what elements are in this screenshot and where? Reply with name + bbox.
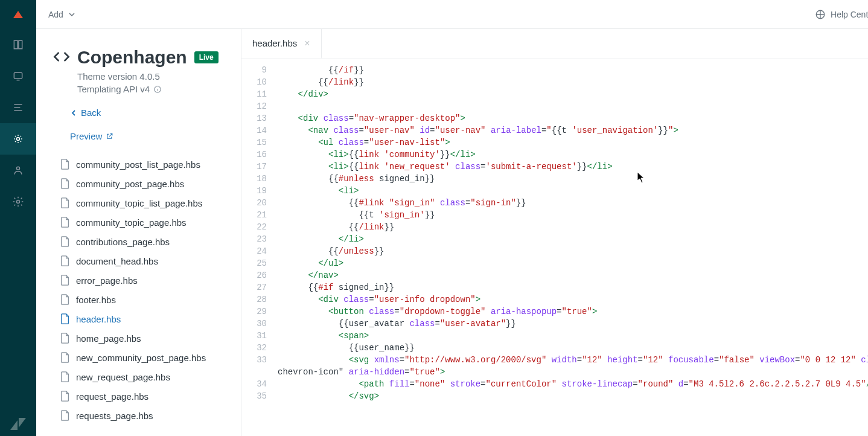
live-badge: Live	[194, 51, 219, 63]
file-item[interactable]: community_post_page.hbs	[46, 174, 241, 193]
file-item[interactable]: community_topic_page.hbs	[46, 213, 241, 232]
back-link[interactable]: Back	[70, 107, 224, 118]
close-icon[interactable]: ×	[304, 38, 310, 49]
file-icon	[60, 236, 70, 247]
rail-zendesk-logo[interactable]	[0, 418, 36, 430]
help-icon	[815, 9, 826, 20]
file-item[interactable]: document_head.hbs	[46, 251, 241, 271]
file-icon	[60, 313, 70, 324]
line-gutter: 9101112131415161718192021222324252627282…	[241, 64, 275, 436]
file-icon	[60, 197, 70, 208]
brand-logo[interactable]	[0, 0, 36, 29]
file-icon	[60, 275, 70, 286]
file-icon	[60, 159, 70, 170]
theme-version: Theme version 4.0.5	[77, 71, 224, 82]
rail-item-permissions[interactable]	[0, 155, 36, 186]
theme-title: Copenhagen	[77, 47, 187, 68]
file-name: request_page.hbs	[76, 391, 148, 402]
file-icon	[60, 255, 70, 266]
editor-tab[interactable]: header.hbs ×	[241, 29, 322, 59]
code-icon	[53, 48, 70, 67]
file-icon	[60, 371, 70, 382]
svg-point-1	[17, 138, 20, 141]
file-item[interactable]: header.hbs	[46, 309, 241, 329]
editor-tabs: header.hbs ×	[241, 29, 868, 59]
file-icon	[60, 217, 70, 228]
file-item[interactable]: contributions_page.hbs	[46, 232, 241, 251]
rail-item-settings[interactable]	[0, 186, 36, 217]
theme-api: Templating API v4	[77, 84, 224, 94]
file-item[interactable]: community_post_list_page.hbs	[46, 155, 241, 174]
file-name: home_page.hbs	[76, 333, 141, 344]
rail-item-customize[interactable]	[0, 123, 36, 155]
file-name: community_topic_list_page.hbs	[76, 198, 202, 208]
preview-link[interactable]: Preview	[70, 131, 224, 141]
file-list[interactable]: community_post_list_page.hbscommunity_po…	[36, 155, 241, 436]
file-item[interactable]: error_page.hbs	[46, 271, 241, 290]
file-name: document_head.hbs	[76, 256, 158, 266]
file-icon	[60, 410, 70, 421]
nav-rail	[0, 0, 36, 436]
svg-point-2	[17, 167, 20, 170]
svg-rect-0	[14, 72, 22, 79]
file-icon	[60, 178, 70, 189]
file-name: community_post_page.hbs	[76, 179, 184, 189]
add-label: Add	[48, 10, 63, 19]
file-name: header.hbs	[76, 314, 121, 324]
add-menu[interactable]: Add	[48, 10, 75, 19]
top-bar: Add Help Centre	[36, 0, 868, 29]
file-name: contributions_page.hbs	[76, 237, 170, 247]
file-item[interactable]: new_request_page.hbs	[46, 367, 241, 386]
file-name: footer.hbs	[76, 295, 116, 305]
info-icon	[153, 85, 162, 94]
file-name: requests_page.hbs	[76, 411, 153, 421]
file-item[interactable]: community_topic_list_page.hbs	[46, 193, 241, 213]
external-link-icon	[106, 132, 113, 140]
chevron-left-icon	[70, 109, 77, 117]
file-item[interactable]: new_community_post_page.hbs	[46, 348, 241, 367]
file-name: new_community_post_page.hbs	[76, 353, 206, 363]
file-item[interactable]: request_page.hbs	[46, 386, 241, 406]
file-name: community_post_list_page.hbs	[76, 159, 200, 170]
file-item[interactable]: footer.hbs	[46, 290, 241, 309]
rail-item-guide[interactable]	[0, 29, 36, 60]
svg-point-3	[17, 200, 20, 204]
file-icon	[60, 391, 70, 402]
code-editor: header.hbs × Publish 9101112131415161718…	[241, 29, 868, 436]
rail-item-arrange[interactable]	[0, 92, 36, 123]
file-item[interactable]: home_page.hbs	[46, 329, 241, 348]
help-centre-link[interactable]: Help Centre	[815, 9, 868, 20]
file-item[interactable]: requests_page.hbs	[46, 406, 241, 425]
file-icon	[60, 333, 70, 344]
rail-item-moderation[interactable]	[0, 60, 36, 92]
file-name: community_topic_page.hbs	[76, 217, 187, 228]
code-area[interactable]: 9101112131415161718192021222324252627282…	[241, 59, 868, 436]
file-name: new_request_page.hbs	[76, 372, 170, 382]
tab-label: header.hbs	[252, 38, 297, 48]
help-centre-label: Help Centre	[831, 10, 868, 19]
theme-sidebar: Copenhagen Live Theme version 4.0.5 Temp…	[36, 29, 241, 436]
chevron-down-icon	[68, 11, 75, 18]
file-icon	[60, 352, 70, 363]
file-name: error_page.hbs	[76, 275, 138, 286]
code-lines[interactable]: {{/if}} {{/link}} </div> <div class="nav…	[275, 64, 868, 436]
file-icon	[60, 294, 70, 305]
